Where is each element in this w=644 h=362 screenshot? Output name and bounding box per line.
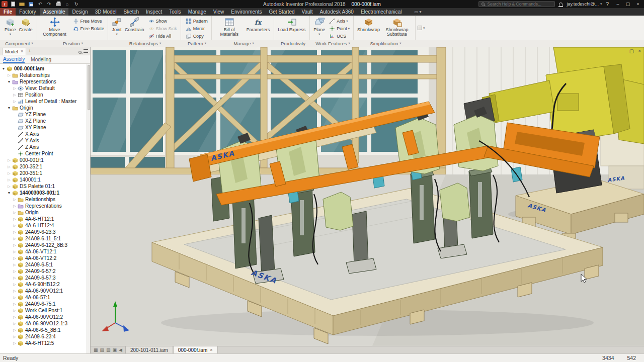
tree-expander-icon[interactable]: ▷ — [12, 322, 17, 326]
create-button[interactable]: Create — [18, 17, 34, 32]
close-window-icon[interactable]: × — [638, 48, 641, 54]
ribbon-tab-factory[interactable]: Factory — [16, 8, 39, 16]
tree-item-x-axis[interactable]: X Axis — [0, 131, 90, 137]
tree-expander-icon[interactable]: ▷ — [12, 217, 17, 221]
tree-item-200-352-1[interactable]: ▷200-352:1 — [0, 163, 90, 170]
tree-expander-icon[interactable]: ▷ — [12, 309, 17, 313]
tree-item-4a-6-ht12-5[interactable]: ▷4A-6-HT12:5 — [0, 340, 90, 346]
ribbon-tab-manage[interactable]: Manage — [185, 8, 210, 16]
tree-item-xz-plane[interactable]: XZ Plane — [0, 118, 90, 124]
print-icon[interactable] — [54, 1, 62, 8]
graphics-viewport[interactable]: ▢ × — [91, 47, 644, 353]
redo-icon[interactable]: ↷ — [45, 1, 53, 8]
tree-item-ds-palette-01-1[interactable]: ▷DS Palette 01:1 — [0, 183, 90, 190]
tree-item-24a09-6-5-1[interactable]: ▷24A09-6-5:1 — [0, 261, 90, 268]
tree-item-representations[interactable]: ▷Representations — [0, 203, 90, 209]
ribbon-tab-environments[interactable]: Environments — [227, 8, 265, 16]
browser-pane-tab[interactable]: Model × — [2, 48, 26, 55]
browser-tab-modeling[interactable]: Modeling — [31, 55, 51, 63]
tree-expander-icon[interactable]: ▷ — [7, 185, 12, 189]
tree-expander-icon[interactable]: ▷ — [12, 302, 17, 306]
panel-label-work-features[interactable]: Work Features▾ — [311, 40, 355, 47]
maximize-button[interactable]: ▢ — [623, 0, 633, 8]
axis-button[interactable]: Axis▾ — [328, 17, 351, 25]
tree-item-view-default[interactable]: ▷View: Default — [0, 85, 90, 92]
tree-expander-icon[interactable]: ▷ — [12, 243, 17, 247]
tree-expander-icon[interactable]: ▷ — [12, 230, 17, 234]
ribbon-tab-inspect[interactable]: Inspect — [142, 8, 166, 16]
scrollbar-thumb[interactable] — [88, 65, 90, 110]
tree-item-center-point[interactable]: Center Point — [0, 150, 90, 157]
tree-expander-icon[interactable]: ▷ — [12, 93, 17, 97]
search-input[interactable] — [487, 2, 552, 7]
shrinkwrap-substitute-button[interactable]: Shrinkwrap Substitute — [381, 17, 413, 37]
copy-button[interactable]: Copy — [185, 32, 209, 40]
tree-expander-icon[interactable]: ▷ — [12, 237, 17, 241]
ribbon-tab-sketch[interactable]: Sketch — [120, 8, 142, 16]
tree-item-4a-6-ht12-4[interactable]: ▷4A-6-HT12:4 — [0, 222, 90, 229]
document-tab-000-000f-iam[interactable]: 000-000f.iam× — [173, 346, 218, 353]
tree-item-relationships[interactable]: ▷Relationships — [0, 72, 90, 78]
tree-item-4a-6-ht12-1[interactable]: ▷4A-6-HT12:1 — [0, 216, 90, 222]
point-button[interactable]: Point▾ — [328, 25, 351, 32]
home-view-icon[interactable]: ⌂ — [63, 1, 71, 8]
tree-expander-icon[interactable]: ▷ — [12, 198, 17, 202]
browser-tab-assembly[interactable]: Assembly — [3, 55, 25, 63]
load-express-button[interactable]: Load Express — [276, 17, 307, 32]
tree-expander-icon[interactable]: ▼ — [7, 80, 12, 83]
tree-item-4a-06-vt12-1[interactable]: ▷4A-06-VT12:1 — [0, 248, 90, 255]
tree-expander-icon[interactable]: ▼ — [1, 67, 6, 70]
tree-expander-icon[interactable]: ▷ — [12, 211, 17, 215]
tree-expander-icon[interactable]: ▷ — [7, 158, 12, 162]
ribbon-tab-design[interactable]: Design — [68, 8, 91, 16]
tree-item-representations[interactable]: ▼Representations — [0, 78, 90, 85]
add-pane-icon[interactable]: + — [28, 48, 31, 54]
tree-item-4a-06-90vo12-1[interactable]: ▷4A-06-90VO12:1 — [0, 288, 90, 294]
mirror-button[interactable]: Mirror — [185, 25, 209, 32]
viewport-3d-scene[interactable]: ASKA ASKA ASKA ASKA — [91, 47, 644, 346]
close-pane-icon[interactable]: × — [21, 49, 23, 54]
open-file-icon[interactable] — [18, 1, 26, 8]
tree-expander-icon[interactable]: ▼ — [7, 191, 12, 195]
ribbon-tab-3d-model[interactable]: 3D Model — [92, 8, 120, 16]
document-tab-200-101-011-iam[interactable]: 200-101-011.iam — [125, 346, 173, 353]
app-logo-icon[interactable]: I — [2, 1, 8, 7]
pattern-button[interactable]: Pattern — [185, 17, 209, 25]
tree-expander-icon[interactable]: ▷ — [12, 335, 17, 339]
tree-item-xy-plane[interactable]: XY Plane — [0, 124, 90, 131]
signed-in-user[interactable]: jay.tedeschi@... ▾ — [567, 2, 602, 7]
show-sick-button[interactable]: Show Sick — [147, 25, 178, 32]
browser-menu-icon[interactable] — [84, 49, 88, 54]
panel-label-relationships[interactable]: Relationships▾ — [109, 40, 182, 47]
tree-item-24a09-6-23-4[interactable]: ▷24A09-6-23:4 — [0, 333, 90, 340]
tree-item-140001-1[interactable]: ▷140001:1 — [0, 176, 90, 183]
single-window-icon[interactable]: ▣ — [113, 347, 117, 352]
hide-all-button[interactable]: Hide All — [147, 32, 178, 40]
tree-item-24a09-6-57-3[interactable]: ▷24A09-6-57:3 — [0, 275, 90, 281]
tree-item-000-000f-iam[interactable]: ▼000-000f.iam — [0, 65, 90, 72]
tree-expander-icon[interactable]: ▷ — [12, 289, 17, 293]
ribbon-tab-autodesk-a360[interactable]: Autodesk A360 — [316, 8, 357, 16]
tree-item-24a09-6-23-3[interactable]: ▷24A09-6-23:3 — [0, 229, 90, 235]
panel-label-productivity[interactable]: Productivity — [275, 40, 311, 47]
show-button[interactable]: Show — [147, 17, 178, 25]
move-component-button[interactable]: Move Component — [39, 17, 70, 37]
tree-expander-icon[interactable]: ▷ — [12, 256, 17, 260]
place-button[interactable]: Place▾ — [3, 17, 18, 36]
panel-label-simplification[interactable]: Simplification▾ — [355, 40, 417, 47]
tree-expander-icon[interactable]: ▷ — [12, 224, 17, 228]
tree-item-yz-plane[interactable]: YZ Plane — [0, 111, 90, 118]
tree-expander-icon[interactable]: ▷ — [12, 269, 17, 274]
grid-windows-icon[interactable]: ▦ — [94, 347, 98, 352]
bill-of-materials-button[interactable]: Bill of Materials — [214, 17, 245, 37]
tree-expander-icon[interactable]: ▷ — [12, 276, 17, 280]
help-search-box[interactable] — [478, 1, 555, 7]
ribbon-tab-assemble[interactable]: Assemble — [40, 8, 69, 16]
new-file-icon[interactable] — [9, 1, 17, 8]
tree-item-24a09-6-57-2[interactable]: ▷24A09-6-57:2 — [0, 268, 90, 275]
panel-label-pattern[interactable]: Pattern▾ — [182, 40, 212, 47]
tree-expander-icon[interactable]: ▷ — [12, 263, 17, 267]
ucs-button[interactable]: UCS — [328, 32, 351, 40]
tree-item-z-axis[interactable]: Z Axis — [0, 144, 90, 150]
tree-expander-icon[interactable]: ▷ — [7, 73, 12, 77]
